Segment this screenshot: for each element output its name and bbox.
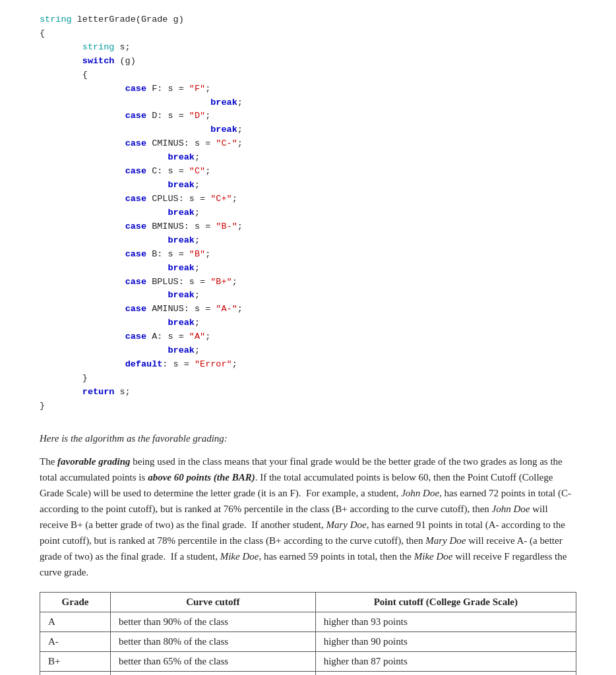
code-line: case B: s = "B"; <box>40 248 576 262</box>
code-line: case D: s = "D"; <box>40 109 576 123</box>
prose-body: The favorable grading being used in the … <box>40 454 576 580</box>
code-block: string letterGrade(Grade g) { string s; … <box>40 13 576 413</box>
table-cell-point: higher than 90 points <box>315 631 576 651</box>
code-line: } <box>40 372 576 386</box>
table-cell-curve: better than 50% of the class <box>110 671 315 675</box>
table-cell-curve: better than 65% of the class <box>110 651 315 671</box>
code-line: { <box>40 69 576 82</box>
code-line: case BMINUS: s = "B-"; <box>40 220 576 234</box>
table-cell-grade: A- <box>40 631 111 651</box>
code-line: case AMINUS: s = "A-"; <box>40 303 576 316</box>
code-line: break; <box>40 123 576 137</box>
code-line: { <box>40 27 576 41</box>
code-line: break; <box>40 206 576 220</box>
code-line: break; <box>40 151 576 165</box>
code-line: break; <box>40 179 576 192</box>
table-cell-curve: better than 80% of the class <box>110 631 315 651</box>
table-row: A better than 90% of the class higher th… <box>40 612 576 631</box>
code-line: break; <box>40 96 576 110</box>
code-line: break; <box>40 234 576 248</box>
table-header-grade: Grade <box>40 592 111 612</box>
code-line: break; <box>40 262 576 276</box>
code-line: case BPLUS: s = "B+"; <box>40 276 576 289</box>
table-row: B+ better than 65% of the class higher t… <box>40 651 576 671</box>
table-cell-grade: B <box>40 671 111 675</box>
table-cell-point: higher than 87 points <box>315 651 576 671</box>
table-row: A- better than 80% of the class higher t… <box>40 631 576 651</box>
table-cell-grade: A <box>40 612 111 631</box>
code-line: } <box>40 399 576 413</box>
code-line: case F: s = "F"; <box>40 82 576 96</box>
code-line: default: s = "Error"; <box>40 358 576 372</box>
table-cell-curve: better than 90% of the class <box>110 612 315 631</box>
prose-heading: Here is the algorithm as the favorable g… <box>40 433 576 444</box>
prose-section: Here is the algorithm as the favorable g… <box>40 433 576 580</box>
code-line: string s; <box>40 41 576 55</box>
code-line: switch (g) <box>40 55 576 69</box>
code-line: return s; <box>40 386 576 399</box>
code-line: break; <box>40 289 576 303</box>
table-cell-point: higher than 83 points <box>315 671 576 675</box>
code-line: string letterGrade(Grade g) <box>40 13 576 27</box>
code-line: case CMINUS: s = "C-"; <box>40 137 576 151</box>
table-header-point: Point cutoff (College Grade Scale) <box>315 592 576 612</box>
code-line: case C: s = "C"; <box>40 165 576 179</box>
table-header-curve: Curve cutoff <box>110 592 315 612</box>
table-cell-grade: B+ <box>40 651 111 671</box>
code-line: break; <box>40 344 576 358</box>
code-line: case A: s = "A"; <box>40 330 576 344</box>
table-row: B better than 50% of the class higher th… <box>40 671 576 675</box>
code-line: case CPLUS: s = "C+"; <box>40 192 576 206</box>
code-line: break; <box>40 316 576 330</box>
table-cell-point: higher than 93 points <box>315 612 576 631</box>
grade-table: Grade Curve cutoff Point cutoff (College… <box>40 592 576 675</box>
